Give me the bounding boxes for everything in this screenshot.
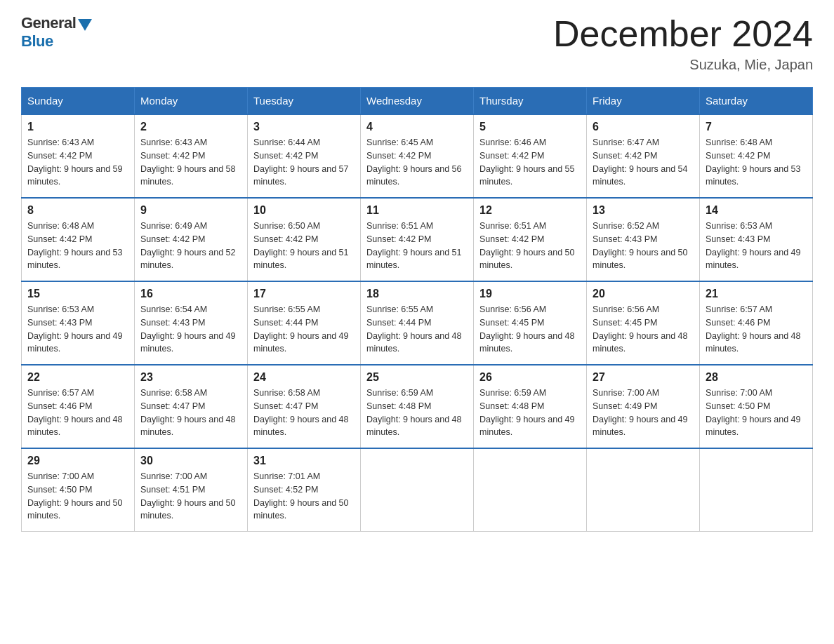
page-header: General Blue December 2024 Suzuka, Mie, … [21,14,813,73]
day-number: 28 [706,371,807,384]
day-info: Sunrise: 6:53 AMSunset: 4:43 PMDaylight:… [706,221,801,270]
calendar-day-3: 3 Sunrise: 6:44 AMSunset: 4:42 PMDayligh… [248,114,361,198]
day-number: 9 [140,204,241,217]
day-info: Sunrise: 6:57 AMSunset: 4:46 PMDaylight:… [27,388,123,437]
calendar-day-11: 11 Sunrise: 6:51 AMSunset: 4:42 PMDaylig… [361,198,474,281]
day-info: Sunrise: 6:43 AMSunset: 4:42 PMDaylight:… [27,137,123,187]
day-number: 20 [593,288,694,300]
calendar-day-28: 28 Sunrise: 7:00 AMSunset: 4:50 PMDaylig… [700,365,813,448]
calendar-week-4: 22 Sunrise: 6:57 AMSunset: 4:46 PMDaylig… [22,365,813,448]
calendar-day-23: 23 Sunrise: 6:58 AMSunset: 4:47 PMDaylig… [135,365,248,448]
calendar-day-17: 17 Sunrise: 6:55 AMSunset: 4:44 PMDaylig… [248,281,361,365]
calendar-day-15: 15 Sunrise: 6:53 AMSunset: 4:43 PMDaylig… [22,281,135,365]
empty-cell [587,448,700,532]
day-number: 12 [479,204,581,217]
calendar-day-22: 22 Sunrise: 6:57 AMSunset: 4:46 PMDaylig… [22,365,135,448]
calendar-week-3: 15 Sunrise: 6:53 AMSunset: 4:43 PMDaylig… [22,281,813,365]
calendar-day-29: 29 Sunrise: 7:00 AMSunset: 4:50 PMDaylig… [22,448,135,532]
title-section: December 2024 Suzuka, Mie, Japan [553,14,813,73]
calendar-week-1: 1 Sunrise: 6:43 AMSunset: 4:42 PMDayligh… [22,114,813,198]
day-number: 2 [140,121,241,133]
calendar-day-9: 9 Sunrise: 6:49 AMSunset: 4:42 PMDayligh… [135,198,248,281]
calendar-day-21: 21 Sunrise: 6:57 AMSunset: 4:46 PMDaylig… [700,281,813,365]
day-number: 24 [253,371,355,384]
day-number: 3 [253,121,355,133]
logo-blue: Blue [21,32,92,51]
calendar-header-row: SundayMondayTuesdayWednesdayThursdayFrid… [22,88,813,115]
calendar-week-5: 29 Sunrise: 7:00 AMSunset: 4:50 PMDaylig… [22,448,813,532]
day-info: Sunrise: 6:53 AMSunset: 4:43 PMDaylight:… [27,304,123,354]
calendar-day-6: 6 Sunrise: 6:47 AMSunset: 4:42 PMDayligh… [587,114,700,198]
day-header-friday: Friday [587,88,700,115]
day-number: 21 [706,288,807,300]
day-header-thursday: Thursday [474,88,587,115]
calendar-table: SundayMondayTuesdayWednesdayThursdayFrid… [21,87,813,532]
day-info: Sunrise: 6:51 AMSunset: 4:42 PMDaylight:… [479,221,575,270]
day-info: Sunrise: 6:55 AMSunset: 4:44 PMDaylight:… [253,304,349,354]
day-header-tuesday: Tuesday [248,88,361,115]
calendar-day-12: 12 Sunrise: 6:51 AMSunset: 4:42 PMDaylig… [474,198,587,281]
calendar-day-14: 14 Sunrise: 6:53 AMSunset: 4:43 PMDaylig… [700,198,813,281]
day-info: Sunrise: 7:00 AMSunset: 4:50 PMDaylight:… [706,388,801,437]
day-header-sunday: Sunday [22,88,135,115]
calendar-day-8: 8 Sunrise: 6:48 AMSunset: 4:42 PMDayligh… [22,198,135,281]
logo-text: General Blue [21,14,92,51]
day-info: Sunrise: 6:45 AMSunset: 4:42 PMDaylight:… [366,137,462,187]
day-header-monday: Monday [135,88,248,115]
calendar-day-27: 27 Sunrise: 7:00 AMSunset: 4:49 PMDaylig… [587,365,700,448]
day-number: 18 [366,288,468,300]
day-info: Sunrise: 6:52 AMSunset: 4:43 PMDaylight:… [593,221,688,270]
day-number: 23 [140,371,241,384]
day-info: Sunrise: 6:54 AMSunset: 4:43 PMDaylight:… [140,304,236,354]
day-info: Sunrise: 6:59 AMSunset: 4:48 PMDaylight:… [479,388,575,437]
day-info: Sunrise: 6:51 AMSunset: 4:42 PMDaylight:… [366,221,462,270]
empty-cell [361,448,474,532]
day-number: 27 [593,371,694,384]
day-number: 5 [479,121,581,133]
day-number: 14 [706,204,807,217]
day-info: Sunrise: 7:01 AMSunset: 4:52 PMDaylight:… [253,471,349,521]
calendar-day-1: 1 Sunrise: 6:43 AMSunset: 4:42 PMDayligh… [22,114,135,198]
day-info: Sunrise: 6:59 AMSunset: 4:48 PMDaylight:… [366,388,462,437]
day-info: Sunrise: 6:48 AMSunset: 4:42 PMDaylight:… [706,137,801,187]
day-info: Sunrise: 7:00 AMSunset: 4:51 PMDaylight:… [140,471,236,521]
day-number: 10 [253,204,355,217]
calendar-day-18: 18 Sunrise: 6:55 AMSunset: 4:44 PMDaylig… [361,281,474,365]
empty-cell [700,448,813,532]
day-info: Sunrise: 6:47 AMSunset: 4:42 PMDaylight:… [593,137,688,187]
day-number: 1 [27,121,128,133]
calendar-day-5: 5 Sunrise: 6:46 AMSunset: 4:42 PMDayligh… [474,114,587,198]
day-number: 29 [27,455,128,467]
day-info: Sunrise: 6:55 AMSunset: 4:44 PMDaylight:… [366,304,462,354]
calendar-day-4: 4 Sunrise: 6:45 AMSunset: 4:42 PMDayligh… [361,114,474,198]
calendar-day-2: 2 Sunrise: 6:43 AMSunset: 4:42 PMDayligh… [135,114,248,198]
day-number: 8 [27,204,128,217]
calendar-day-24: 24 Sunrise: 6:58 AMSunset: 4:47 PMDaylig… [248,365,361,448]
day-number: 17 [253,288,355,300]
calendar-day-7: 7 Sunrise: 6:48 AMSunset: 4:42 PMDayligh… [700,114,813,198]
location: Suzuka, Mie, Japan [553,57,813,73]
day-number: 25 [366,371,468,384]
day-number: 7 [706,121,807,133]
day-info: Sunrise: 6:50 AMSunset: 4:42 PMDaylight:… [253,221,349,270]
day-info: Sunrise: 6:49 AMSunset: 4:42 PMDaylight:… [140,221,236,270]
day-header-wednesday: Wednesday [361,88,474,115]
day-info: Sunrise: 6:43 AMSunset: 4:42 PMDaylight:… [140,137,236,187]
calendar-week-2: 8 Sunrise: 6:48 AMSunset: 4:42 PMDayligh… [22,198,813,281]
day-number: 26 [479,371,581,384]
day-info: Sunrise: 6:48 AMSunset: 4:42 PMDaylight:… [27,221,123,270]
day-number: 11 [366,204,468,217]
calendar-day-19: 19 Sunrise: 6:56 AMSunset: 4:45 PMDaylig… [474,281,587,365]
day-number: 22 [27,371,128,384]
day-number: 6 [593,121,694,133]
day-number: 16 [140,288,241,300]
day-info: Sunrise: 7:00 AMSunset: 4:50 PMDaylight:… [27,471,123,521]
calendar-day-30: 30 Sunrise: 7:00 AMSunset: 4:51 PMDaylig… [135,448,248,532]
calendar-day-25: 25 Sunrise: 6:59 AMSunset: 4:48 PMDaylig… [361,365,474,448]
day-info: Sunrise: 6:46 AMSunset: 4:42 PMDaylight:… [479,137,575,187]
day-number: 4 [366,121,468,133]
day-number: 31 [253,455,355,467]
day-info: Sunrise: 6:57 AMSunset: 4:46 PMDaylight:… [706,304,801,354]
day-number: 30 [140,455,241,467]
month-title: December 2024 [553,14,813,54]
